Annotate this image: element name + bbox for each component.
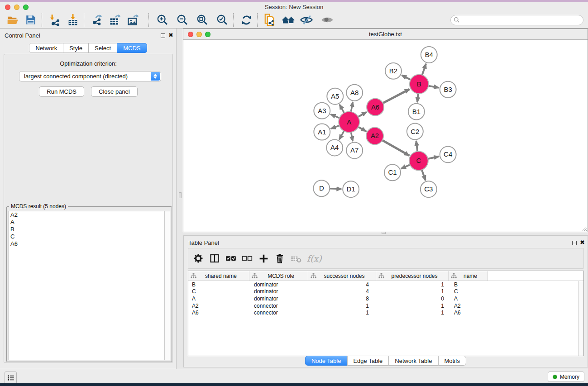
network-window-titlebar[interactable]: testGlobe.txt — [183, 29, 588, 40]
column-header[interactable]: successor nodes — [308, 271, 376, 281]
graph-edge[interactable] — [339, 131, 344, 140]
hide-selected-button[interactable] — [297, 13, 316, 28]
graph-edge[interactable] — [331, 125, 339, 129]
task-history-button[interactable] — [5, 372, 17, 384]
zoom-in-button[interactable] — [153, 13, 172, 28]
graph-edge[interactable] — [422, 170, 425, 180]
mcds-result-item[interactable]: A — [9, 219, 164, 226]
search-input[interactable] — [450, 15, 583, 25]
graph-node[interactable]: A4 — [326, 139, 343, 156]
graph-node[interactable]: C2 — [407, 124, 423, 140]
table-cell[interactable]: dominator — [249, 288, 308, 295]
tab-edge-table[interactable]: Edge Table — [347, 356, 389, 366]
table-cell[interactable]: dominator — [249, 295, 308, 302]
graph-edge[interactable] — [417, 94, 418, 102]
mcds-result-item[interactable]: A2 — [9, 211, 164, 219]
table-row[interactable]: A6connector11A6 — [188, 309, 583, 316]
tab-network-table[interactable]: Network Table — [388, 356, 438, 366]
import-table-button[interactable] — [64, 13, 82, 28]
refresh-button[interactable] — [237, 13, 255, 28]
graph-edge[interactable] — [383, 89, 410, 103]
table-cell[interactable]: B — [449, 281, 488, 288]
graph-edge[interactable] — [428, 157, 439, 159]
tab-mcds[interactable]: MCDS — [117, 43, 147, 53]
table-cell[interactable]: A — [188, 295, 249, 302]
zoom-selected-button[interactable] — [213, 13, 231, 28]
mcds-list-scrollbar[interactable] — [164, 211, 170, 360]
import-network-button[interactable] — [46, 13, 64, 28]
network-overview-button[interactable] — [279, 13, 297, 28]
graph-node[interactable]: A2 — [366, 128, 383, 145]
split-divider-grip[interactable] — [179, 192, 182, 198]
table-cell[interactable]: dominator — [249, 281, 308, 288]
table-cell[interactable]: connector — [249, 310, 308, 316]
graph-edge[interactable] — [401, 165, 410, 169]
zoom-fit-button[interactable] — [193, 13, 211, 28]
show-columns-button[interactable] — [206, 250, 223, 267]
graph-edge[interactable] — [330, 189, 341, 189]
table-cell[interactable]: 1 — [376, 310, 449, 316]
graph-node[interactable]: B4 — [421, 47, 437, 63]
optimization-select[interactable]: largest connected component (directed) — [19, 71, 161, 81]
graph-node[interactable]: C4 — [440, 146, 456, 162]
graph-edge[interactable] — [382, 140, 409, 156]
graph-node[interactable]: D — [313, 180, 330, 196]
table-cell[interactable]: 1 — [376, 281, 449, 288]
graph-node[interactable]: B3 — [440, 81, 456, 98]
tab-network[interactable]: Network — [29, 43, 63, 53]
delete-column-button[interactable] — [272, 250, 288, 267]
graph-node[interactable]: A7 — [346, 142, 363, 158]
table-row[interactable]: A2connector11A2 — [188, 302, 583, 310]
graph-edge[interactable] — [351, 132, 353, 141]
graph-node[interactable]: C — [409, 151, 428, 170]
duplicate-network-button[interactable] — [261, 13, 279, 28]
tab-node-table[interactable]: Node Table — [305, 356, 348, 366]
deselect-all-button[interactable] — [239, 250, 255, 267]
table-row[interactable]: Adominator80A — [188, 295, 583, 302]
table-row[interactable]: Cdominator41C — [188, 288, 583, 295]
table-cell[interactable]: A6 — [449, 310, 488, 316]
add-column-button[interactable] — [255, 250, 272, 267]
graph-edge[interactable] — [422, 64, 426, 75]
table-row[interactable]: Bdominator41B — [188, 281, 583, 288]
memory-button[interactable]: Memory — [548, 372, 584, 382]
function-builder-button[interactable]: f(x) — [307, 253, 322, 263]
tab-motifs[interactable]: Motifs — [438, 356, 466, 366]
column-header[interactable]: MCDS role — [249, 271, 308, 281]
column-header[interactable]: name — [449, 271, 488, 281]
graph-node[interactable]: C3 — [421, 181, 437, 197]
table-cell[interactable]: 1 — [308, 303, 376, 309]
graph-node[interactable]: A — [339, 112, 359, 133]
export-network-button[interactable] — [88, 13, 106, 28]
table-cell[interactable]: B — [188, 281, 249, 288]
graph-node[interactable]: D1 — [343, 181, 359, 197]
table-cell[interactable]: 1 — [376, 288, 449, 295]
table-settings-button[interactable] — [190, 250, 206, 267]
table-cell[interactable]: 4 — [308, 288, 376, 295]
run-mcds-button[interactable]: Run MCDS — [39, 86, 84, 97]
mcds-result-item[interactable]: C — [9, 233, 164, 240]
column-header[interactable]: shared name — [188, 271, 249, 281]
graph-node[interactable]: A5 — [327, 88, 343, 105]
graph-node[interactable]: B — [410, 75, 429, 94]
delete-table-button[interactable] — [288, 250, 304, 267]
table-cell[interactable]: A — [449, 295, 488, 302]
graph-node[interactable]: C1 — [384, 164, 401, 181]
graph-node[interactable]: B2 — [385, 63, 402, 79]
window-resize-grip[interactable] — [581, 225, 587, 231]
graph-node[interactable]: A8 — [346, 85, 363, 101]
graph-edge[interactable] — [358, 127, 366, 131]
graph-node[interactable]: A1 — [314, 124, 330, 140]
table-cell[interactable]: C — [449, 288, 488, 295]
network-canvas[interactable]: AA1A2A3A4A5A6A7A8BB1B2B3B4CC1C2C3C4DD1 — [184, 40, 587, 231]
open-session-button[interactable] — [4, 13, 22, 28]
table-cell[interactable]: 1 — [308, 310, 376, 316]
show-selected-button[interactable] — [318, 13, 336, 28]
close-panel-icon[interactable]: ✖ — [168, 32, 173, 38]
graph-node[interactable]: B1 — [408, 104, 425, 120]
table-cell[interactable]: C — [188, 288, 249, 295]
close-table-panel-icon[interactable]: ✖ — [580, 239, 585, 246]
table-scrollbar[interactable] — [578, 281, 583, 356]
graph-edge[interactable] — [402, 75, 411, 80]
select-all-button[interactable] — [223, 250, 239, 267]
